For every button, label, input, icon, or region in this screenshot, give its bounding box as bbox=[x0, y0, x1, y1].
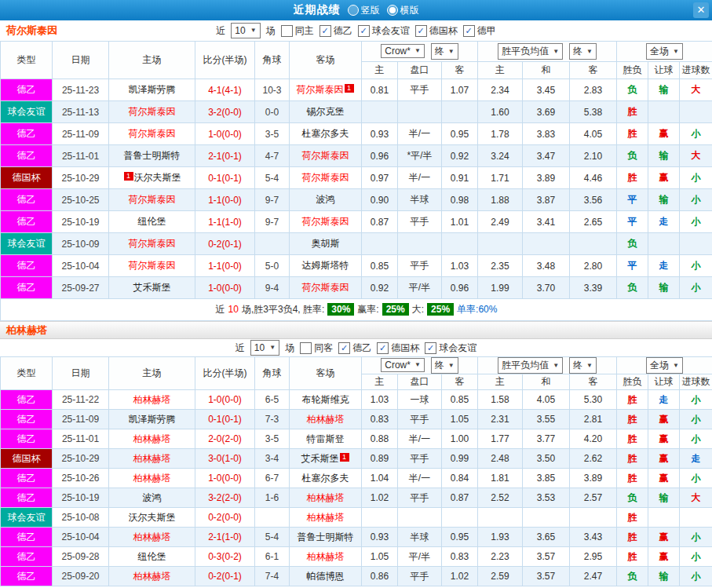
sub-column-header: 和 bbox=[523, 62, 570, 79]
filter-checkbox[interactable]: ✓德甲 bbox=[463, 24, 496, 38]
match-date: 25-09-27 bbox=[53, 277, 109, 299]
filter-checkbox[interactable]: ✓德国杯 bbox=[415, 24, 458, 38]
team-section: 柏林赫塔近10▼场同客✓德乙✓德国杯✓球会友谊类型日期主场比分(半场)角球客场C… bbox=[0, 321, 712, 586]
avg-odds: 2.47 bbox=[570, 567, 617, 586]
crown-odds: 1.00 bbox=[442, 429, 478, 449]
close-button[interactable]: ✕ bbox=[693, 2, 709, 18]
crown-odds: 平手 bbox=[398, 567, 442, 586]
home-team-name: 荷尔斯泰因 bbox=[129, 238, 176, 249]
home-team-name: 凯泽斯劳腾 bbox=[129, 414, 176, 425]
result-cell: 大 bbox=[680, 488, 712, 508]
corner-count: 9-7 bbox=[255, 189, 290, 211]
match-count-value: 10 bbox=[254, 342, 265, 353]
away-team-name: 荷尔斯泰因 bbox=[302, 282, 349, 293]
chevron-down-icon: ▼ bbox=[250, 27, 257, 34]
match-date: 25-10-29 bbox=[53, 449, 109, 469]
away-team: 荷尔斯泰因 bbox=[290, 145, 362, 167]
avg-odds: 3.89 bbox=[523, 167, 570, 189]
match-score: 3-2(2-0) bbox=[195, 488, 255, 508]
filter-checkbox[interactable]: ✓球会友谊 bbox=[425, 341, 476, 355]
avg-odds: 3.65 bbox=[523, 528, 570, 547]
radio-checked-icon bbox=[387, 5, 398, 16]
crown-odds: 半球 bbox=[398, 189, 442, 211]
result-cell: 小 bbox=[680, 567, 712, 586]
crown-odds bbox=[398, 233, 442, 255]
match-row: 德乙25-09-28纽伦堡0-3(0-2)6-1柏林赫塔1.05平/半0.832… bbox=[1, 547, 712, 567]
home-team: 凯泽斯劳腾 bbox=[109, 410, 195, 429]
away-team-name: 柏林赫塔 bbox=[307, 414, 345, 425]
result-cell: 赢 bbox=[648, 547, 680, 567]
crown-odds: 0.93 bbox=[362, 528, 398, 547]
avg-odds: 2.62 bbox=[570, 449, 617, 469]
filter-checkbox[interactable]: ✓德乙 bbox=[319, 24, 352, 38]
layout-radio-horizontal[interactable]: 横版 bbox=[387, 4, 419, 17]
filter-checkbox[interactable]: ✓德国杯 bbox=[377, 341, 419, 355]
avg-odds: 2.57 bbox=[570, 488, 617, 508]
avg-odds: 2.52 bbox=[478, 488, 523, 508]
filter-checkbox[interactable]: ✓球会友谊 bbox=[358, 24, 410, 38]
sub-column-header: 胜负 bbox=[617, 374, 648, 390]
filter-checkbox[interactable]: 同主 bbox=[281, 24, 314, 38]
match-row: 德乙25-10-25荷尔斯泰因1-1(0-0)9-7波鸿0.90半球0.981.… bbox=[1, 189, 712, 211]
match-row: 德乙25-10-04荷尔斯泰因1-1(0-0)5-0达姆斯塔特0.85平手1.0… bbox=[1, 255, 712, 277]
team-name-title: 荷尔斯泰因 bbox=[6, 24, 57, 38]
header-dropdown[interactable]: Crow*▼ bbox=[381, 358, 425, 372]
match-date: 25-10-19 bbox=[53, 488, 109, 508]
league-cell: 德乙 bbox=[1, 429, 53, 449]
header-dropdown[interactable]: 胜平负均值▼ bbox=[498, 357, 563, 374]
sub-column-header: 客 bbox=[442, 62, 478, 79]
crown-odds: 平手 bbox=[398, 79, 442, 101]
league-cell: 德乙 bbox=[1, 410, 53, 429]
header-dropdown[interactable]: 全场▼ bbox=[646, 357, 683, 374]
home-team-name: 波鸿 bbox=[143, 492, 162, 503]
corner-count: 3-4 bbox=[255, 449, 290, 469]
match-date: 25-11-22 bbox=[53, 390, 109, 410]
away-team-name: 布轮斯维克 bbox=[302, 394, 349, 405]
result-cell: 小 bbox=[680, 189, 712, 211]
away-team: 荷尔斯泰因 bbox=[290, 211, 362, 233]
summary-count: 10 bbox=[228, 304, 239, 315]
filter-checkbox[interactable]: ✓德乙 bbox=[338, 341, 371, 355]
corner-count: 4-7 bbox=[255, 145, 290, 167]
away-team: 柏林赫塔 bbox=[290, 547, 362, 567]
checkbox-icon bbox=[281, 25, 293, 37]
filter-checkbox[interactable]: 同客 bbox=[300, 341, 333, 355]
match-count-select[interactable]: 10▼ bbox=[231, 23, 260, 38]
radio-label-horizontal: 横版 bbox=[400, 4, 419, 17]
header-dropdown[interactable]: 终▼ bbox=[431, 43, 458, 60]
header-dropdown[interactable]: Crow*▼ bbox=[381, 44, 425, 58]
result-cell: 胜 bbox=[617, 410, 648, 429]
header-dropdown[interactable]: 胜平负均值▼ bbox=[498, 43, 563, 60]
away-team-name: 荷尔斯泰因 bbox=[302, 150, 349, 161]
header-dropdown[interactable]: 终▼ bbox=[569, 357, 597, 374]
avg-odds: 3.41 bbox=[523, 211, 570, 233]
result-cell: 负 bbox=[617, 233, 648, 255]
result-cell: 赢 bbox=[648, 167, 680, 189]
corner-count: 5-4 bbox=[255, 528, 290, 547]
result-cell: 胜 bbox=[617, 101, 648, 123]
header-dropdown[interactable]: 终▼ bbox=[431, 357, 458, 374]
away-team: 布轮斯维克 bbox=[290, 390, 362, 410]
match-date: 25-10-08 bbox=[53, 508, 109, 528]
match-count-select[interactable]: 10▼ bbox=[250, 340, 279, 356]
match-score: 0-2(0-1) bbox=[195, 567, 255, 586]
header-dropdown[interactable]: 全场▼ bbox=[646, 43, 683, 60]
checkbox-icon: ✓ bbox=[338, 342, 350, 354]
checkbox-label: 同客 bbox=[314, 341, 333, 355]
result-cell: 小 bbox=[680, 167, 712, 189]
away-team-name: 奥胡斯 bbox=[312, 238, 340, 249]
layout-radio-vertical[interactable]: 竖版 bbox=[348, 4, 380, 17]
away-team: 荷尔斯泰因 bbox=[290, 277, 362, 299]
result-cell: 输 bbox=[648, 145, 680, 167]
home-team: 荷尔斯泰因 bbox=[109, 233, 195, 255]
match-score: 1-0(0-0) bbox=[195, 277, 255, 299]
avg-odds: 3.50 bbox=[523, 449, 570, 469]
away-team-name: 杜塞尔多夫 bbox=[302, 473, 349, 484]
avg-odds: 5.30 bbox=[570, 390, 617, 410]
header-dropdown[interactable]: 终▼ bbox=[569, 43, 597, 60]
result-cell: 胜 bbox=[617, 508, 648, 528]
checkbox-icon: ✓ bbox=[463, 25, 475, 37]
away-team: 柏林赫塔 bbox=[290, 410, 362, 429]
league-cell: 德国杯 bbox=[1, 167, 53, 189]
home-team-name: 柏林赫塔 bbox=[133, 473, 171, 484]
